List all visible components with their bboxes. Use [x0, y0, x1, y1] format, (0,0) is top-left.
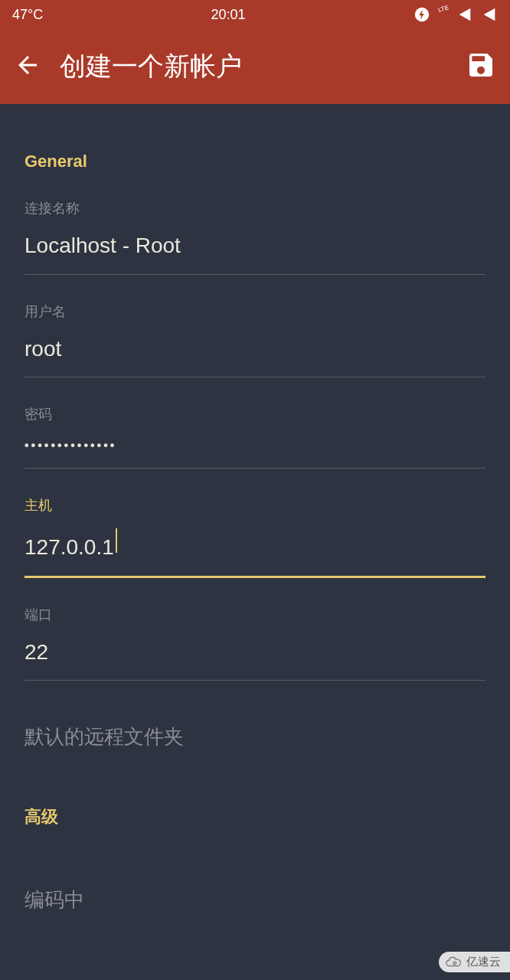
- label-username: 用户名: [25, 302, 485, 321]
- bolt-icon: [414, 6, 430, 23]
- cloud-icon: [445, 956, 462, 969]
- field-host[interactable]: 主机 127.0.0.1: [25, 496, 485, 578]
- status-time: 20:01: [43, 7, 414, 23]
- label-host: 主机: [25, 496, 485, 514]
- page-title: 创建一个新帐户: [60, 49, 447, 84]
- label-remote-folder: 默认的远程文件夹: [25, 725, 184, 748]
- watermark: 亿速云: [439, 952, 510, 972]
- field-connection-name[interactable]: 连接名称 Localhost - Root: [25, 199, 485, 275]
- play-triangle-icon: [481, 6, 498, 23]
- save-button[interactable]: [466, 50, 496, 83]
- field-password[interactable]: 密码 ••••••••••••••: [25, 405, 485, 469]
- field-username[interactable]: 用户名 root: [25, 302, 485, 378]
- value-port: 22: [25, 639, 485, 665]
- svg-point-1: [453, 962, 456, 965]
- signal-triangle-icon: [456, 6, 473, 23]
- value-password: ••••••••••••••: [25, 439, 485, 452]
- text-cursor: [116, 528, 117, 553]
- value-host: 127.0.0.1: [25, 534, 114, 560]
- status-temperature: 47°C: [12, 7, 43, 23]
- watermark-text: 亿速云: [466, 955, 501, 969]
- field-encoding[interactable]: 编码中: [25, 887, 485, 913]
- field-port[interactable]: 端口 22: [25, 606, 485, 681]
- status-right-icons: LTE: [414, 6, 498, 23]
- value-username: root: [25, 336, 485, 362]
- arrow-left-icon: [14, 51, 41, 79]
- label-port: 端口: [25, 606, 485, 624]
- section-advanced: 高级: [25, 805, 485, 828]
- label-encoding: 编码中: [25, 888, 84, 911]
- save-icon: [466, 50, 496, 80]
- form-content: General 连接名称 Localhost - Root 用户名 root 密…: [0, 152, 510, 913]
- section-general: General: [25, 152, 485, 172]
- label-password: 密码: [25, 405, 485, 423]
- field-remote-folder[interactable]: 默认的远程文件夹: [25, 724, 485, 750]
- app-bar: 创建一个新帐户: [0, 29, 510, 104]
- back-button[interactable]: [14, 51, 41, 82]
- status-bar: 47°C 20:01 LTE: [0, 0, 510, 29]
- value-connection-name: Localhost - Root: [25, 233, 485, 259]
- network-lte-badge: LTE: [437, 4, 450, 13]
- label-connection-name: 连接名称: [25, 199, 485, 217]
